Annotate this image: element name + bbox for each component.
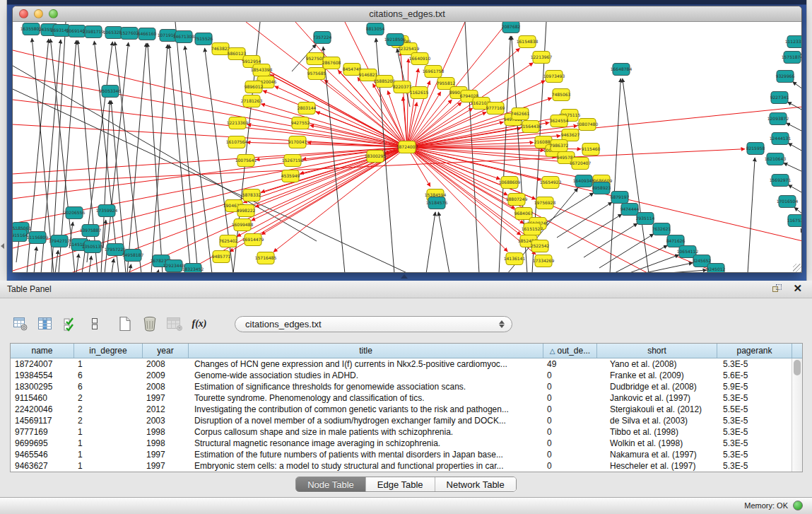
graph-node[interactable]: 16099488 [232, 219, 254, 231]
edge[interactable] [34, 247, 37, 273]
edge[interactable] [610, 78, 620, 273]
graph-node[interactable]: 4535949 [281, 170, 300, 182]
table-row[interactable]: 1830029562008Estimation of significance … [11, 381, 802, 392]
vertical-scrollbar[interactable] [792, 358, 802, 472]
graph-node[interactable]: 12093872 [767, 113, 789, 125]
graph-node[interactable]: 13505135 [82, 241, 104, 253]
edge[interactable] [407, 147, 507, 195]
graph-node[interactable]: 15267150 [282, 155, 304, 167]
edge[interactable] [185, 46, 212, 273]
graph-node[interactable]: 3624554 [550, 115, 569, 127]
graph-node[interactable]: 1162615 [410, 87, 429, 99]
table-row[interactable]: 977716911998Corpus callosum shape and si… [11, 426, 802, 438]
graph-node[interactable]: 27181263 [241, 95, 263, 107]
graph-node[interactable]: 2935114 [636, 213, 655, 225]
edge[interactable] [94, 41, 119, 273]
function-builder-button[interactable]: f(x) [190, 314, 208, 334]
graph-node[interactable]: 12213967 [531, 52, 553, 64]
graph-node[interactable]: 11156809 [27, 232, 49, 244]
column-header-out_de[interactable]: △out_de... [543, 344, 597, 358]
edge[interactable] [407, 59, 408, 147]
graph-node[interactable]: 15654923 [540, 177, 562, 189]
table-row[interactable]: 911546021997Tourette syndrome. Phenomeno… [11, 392, 802, 404]
graph-node[interactable]: 12213369 [227, 117, 249, 129]
graph-node[interactable]: 9245012 [707, 264, 726, 274]
graph-node[interactable]: 2803144 [298, 103, 317, 115]
edge[interactable] [793, 82, 802, 89]
edge[interactable] [13, 147, 407, 248]
graph-node[interactable]: 14671308 [173, 31, 195, 43]
edge[interactable] [151, 45, 167, 273]
graph-node[interactable]: 18300295 [365, 151, 387, 163]
edge[interactable] [787, 123, 802, 132]
graph-node[interactable]: 16151527 [522, 223, 543, 235]
graph-node[interactable]: 4998222 [237, 205, 256, 217]
edge[interactable] [407, 147, 507, 252]
graph-node[interactable]: 13975887 [80, 225, 102, 237]
edge[interactable] [784, 163, 802, 172]
graph-node[interactable]: 16154838 [517, 36, 539, 48]
collapse-left-icon[interactable] [1, 243, 4, 249]
edge[interactable] [13, 75, 407, 147]
graph-node[interactable]: 19218506 [384, 34, 406, 46]
graph-node[interactable]: 10688609 [499, 177, 521, 189]
graph-node[interactable]: 18807249 [506, 194, 528, 206]
memory-status-indicator[interactable] [793, 501, 803, 510]
network-window-titlebar[interactable]: citations_edges.txt [13, 6, 801, 22]
table-row[interactable]: 2242004622012Investigating the contribut… [11, 404, 802, 415]
edge[interactable] [13, 147, 407, 174]
graph-node[interactable]: 1167533 [787, 215, 802, 227]
edge[interactable] [659, 270, 707, 273]
graph-node[interactable]: 15184576 [426, 197, 448, 209]
graph-node[interactable]: 2522542 [531, 240, 550, 252]
graph-node[interactable]: 8813054 [366, 23, 385, 35]
close-panel-icon[interactable]: ✕ [793, 282, 802, 295]
edge[interactable] [801, 228, 802, 233]
column-header-name[interactable]: name [11, 344, 74, 358]
graph-node[interactable]: 16210643 [765, 153, 787, 165]
graph-node[interactable]: 16914479 [242, 234, 264, 246]
graph-node[interactable]: 9485771 [212, 251, 231, 263]
table-row[interactable]: 969969511998Structural magnetic resonanc… [11, 438, 802, 449]
graph-node[interactable]: 12444131 [770, 133, 792, 145]
edge[interactable] [89, 256, 91, 273]
graph-node[interactable]: 16961758 [423, 66, 445, 78]
edge[interactable] [55, 250, 58, 273]
tab-network-table[interactable]: Network Table [435, 477, 516, 491]
table-settings-button[interactable] [11, 314, 30, 334]
graph-node[interactable]: 7625402 [219, 235, 238, 247]
graph-node[interactable]: 7632621 [652, 223, 671, 235]
graph-node[interactable]: 11123357 [785, 36, 802, 48]
graph-node[interactable]: 3915164 [13, 230, 28, 242]
edge[interactable] [426, 212, 435, 273]
column-header-short[interactable]: short [597, 344, 717, 358]
graph-node[interactable]: 1527602 [120, 28, 139, 40]
edge[interactable] [623, 78, 649, 273]
graph-node[interactable]: 8220377 [393, 81, 412, 93]
graph-node[interactable]: 14136141 [504, 253, 526, 265]
edge[interactable] [158, 270, 159, 273]
select-columns-button[interactable] [36, 314, 54, 334]
edge[interactable] [788, 185, 802, 193]
graph-node[interactable]: 19756928 [534, 197, 556, 209]
column-header-pagerank[interactable]: pagerank [717, 344, 792, 358]
network-graph[interactable]: 1635580324355724269314062069140623981719… [13, 22, 802, 273]
graph-node[interactable]: 23981719 [83, 26, 105, 38]
graph-node[interactable]: 25053346 [100, 86, 122, 98]
row-height-button[interactable] [86, 314, 104, 334]
import-table-button[interactable] [165, 314, 184, 334]
graph-node[interactable]: 10075641 [235, 155, 257, 167]
edge[interactable] [13, 124, 407, 147]
edge[interactable] [407, 100, 452, 147]
edge[interactable] [748, 158, 755, 273]
graph-node[interactable]: 16648784 [611, 64, 632, 76]
edge[interactable] [557, 202, 612, 238]
edge[interactable] [788, 143, 802, 151]
graph-node[interactable]: 6466160 [138, 28, 157, 40]
graph-node[interactable]: 16720407 [570, 158, 592, 170]
edge[interactable] [13, 147, 407, 199]
graph-node[interactable]: 7485063 [552, 89, 571, 101]
table-row[interactable]: 946554611997Estimation of the future num… [11, 449, 802, 460]
new-table-button[interactable] [116, 314, 134, 334]
graph-node[interactable]: 8958923 [592, 182, 611, 194]
